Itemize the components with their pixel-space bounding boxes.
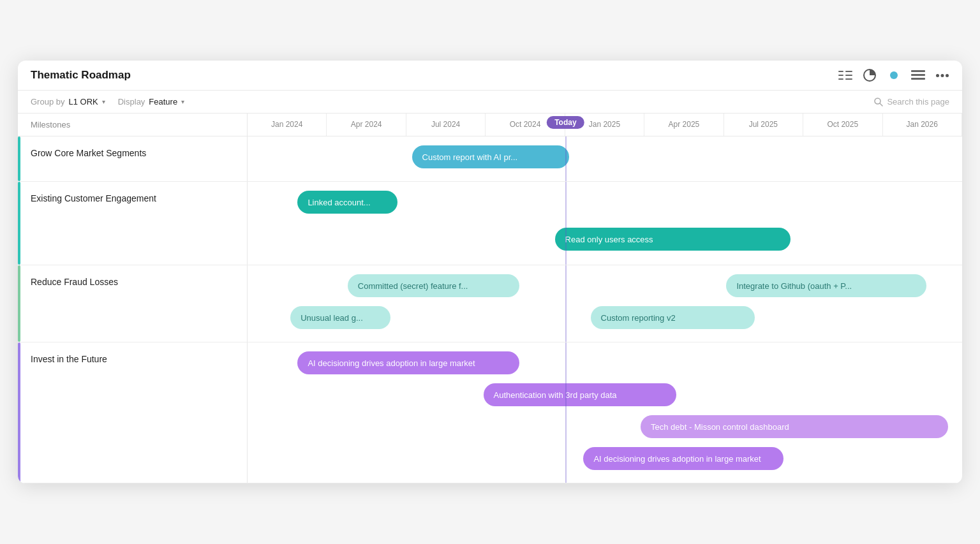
display-value: Feature [149,97,177,107]
svg-line-14 [880,103,882,106]
bar-ai-decisioning-1[interactable]: AI decisioning drives adoption in large … [297,351,519,374]
svg-rect-1 [838,75,843,76]
bar-linked-account[interactable]: Linked account... [297,191,397,214]
group-by-label: Group by [31,97,64,107]
indicator-dot [887,68,901,82]
month-oct2025: Oct 2025 [803,114,882,136]
today-badge: Today [547,116,584,129]
bar-custom-report-ai[interactable]: Custom report with AI pr... [412,145,569,168]
app-window: Thematic Roadmap [18,61,962,483]
titlebar-icons [838,68,949,82]
more-icon[interactable] [935,68,949,82]
gantt-header: Milestones Jan 2024 Apr 2024 Jul 2024 Oc… [18,114,962,136]
search-placeholder: Search this page [887,97,949,107]
bar-unusual-lead[interactable]: Unusual lead g... [290,306,390,329]
today-line-4 [565,342,567,483]
gantt-row-grow-core: Grow Core Market Segments Today Custom r… [18,136,962,182]
svg-point-10 [936,74,939,77]
toolbar-left: Group by L1 ORK ▾ Display Feature ▾ [31,97,184,107]
bar-ai-decisioning-2[interactable]: AI decisioning drives adoption in large … [583,447,783,470]
today-line: Today [565,136,567,181]
svg-rect-9 [911,78,925,80]
gantt-container: Milestones Jan 2024 Apr 2024 Jul 2024 Oc… [18,114,962,483]
table-icon[interactable] [911,68,925,82]
svg-rect-3 [845,71,852,72]
milestone-label-reduce-fraud: Reduce Fraud Losses [18,265,248,342]
svg-rect-5 [845,78,852,80]
timeline-header: Jan 2024 Apr 2024 Jul 2024 Oct 2024 Jan … [248,114,962,136]
timeline-row-invest-future: AI decisioning drives adoption in large … [248,342,962,483]
svg-rect-7 [911,70,925,72]
app-title: Thematic Roadmap [31,69,131,82]
bar-committed-secret[interactable]: Committed (secret) feature f... [348,274,519,297]
svg-rect-0 [838,71,843,72]
list-icon[interactable] [838,68,852,82]
svg-rect-8 [911,74,925,76]
month-jul2025: Jul 2025 [724,114,803,136]
chart-icon[interactable] [863,68,877,82]
milestone-label-grow-core: Grow Core Market Segments [18,136,248,181]
svg-rect-2 [838,78,843,80]
group-by-chevron: ▾ [102,98,105,105]
milestones-header: Milestones [18,114,248,136]
display-label: Display [118,97,145,107]
group-by-selector[interactable]: Group by L1 ORK ▾ [31,97,105,107]
month-jan2024: Jan 2024 [248,114,327,136]
month-apr2025: Apr 2025 [644,114,724,136]
toolbar: Group by L1 ORK ▾ Display Feature ▾ Sear… [18,91,962,114]
month-apr2024: Apr 2024 [327,114,406,136]
bar-authentication-3rd-party[interactable]: Authentication with 3rd party data [484,383,676,406]
month-jan2026: Jan 2026 [883,114,962,136]
svg-point-12 [946,74,949,77]
group-by-value: L1 ORK [68,97,98,107]
timeline-row-existing-customer: Linked account... Read only users access [248,182,962,265]
display-selector[interactable]: Display Feature ▾ [118,97,184,107]
bar-tech-debt[interactable]: Tech debt - Misson control dashboard [641,415,948,438]
bar-integrate-github[interactable]: Integrate to Github (oauth + P... [726,274,926,297]
timeline-row-reduce-fraud: Committed (secret) feature f... Integrat… [248,265,962,342]
titlebar: Thematic Roadmap [18,61,962,91]
gantt-row-invest-future: Invest in the Future AI decisioning driv… [18,342,962,483]
search-icon [874,98,883,107]
search-area[interactable]: Search this page [874,97,949,107]
today-line-2 [565,182,567,265]
gantt-row-reduce-fraud: Reduce Fraud Losses Committed (secret) f… [18,265,962,342]
milestone-label-invest-future: Invest in the Future [18,342,248,483]
bar-read-only-users[interactable]: Read only users access [555,228,791,251]
today-line-3 [565,265,567,342]
svg-rect-4 [845,75,852,76]
gantt-row-existing-customer: Existing Customer Engagement Linked acco… [18,182,962,265]
svg-point-11 [941,74,944,77]
month-jul2024: Jul 2024 [406,114,486,136]
milestone-label-existing-customer: Existing Customer Engagement [18,182,248,265]
display-chevron: ▾ [181,98,184,105]
timeline-row-grow-core: Today Custom report with AI pr... [248,136,962,181]
bar-custom-reporting-v2[interactable]: Custom reporting v2 [591,306,755,329]
